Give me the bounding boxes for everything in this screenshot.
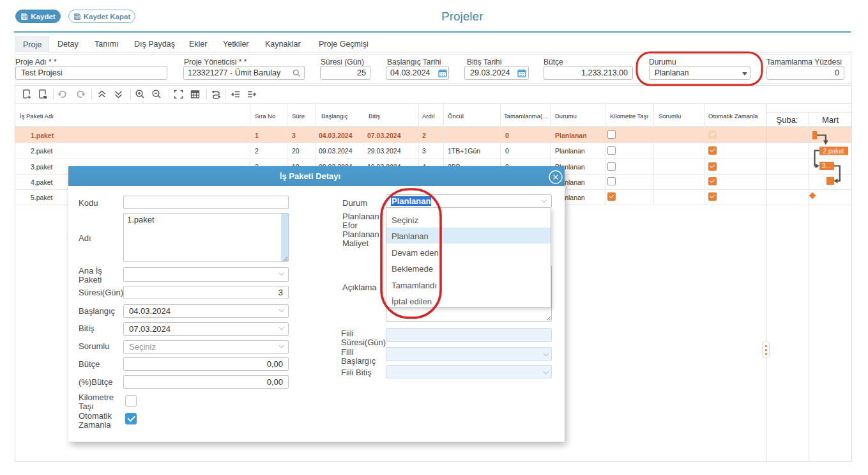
svg-text:3...: 3...	[822, 162, 831, 169]
svg-text:2.paket: 2.paket	[823, 148, 844, 155]
